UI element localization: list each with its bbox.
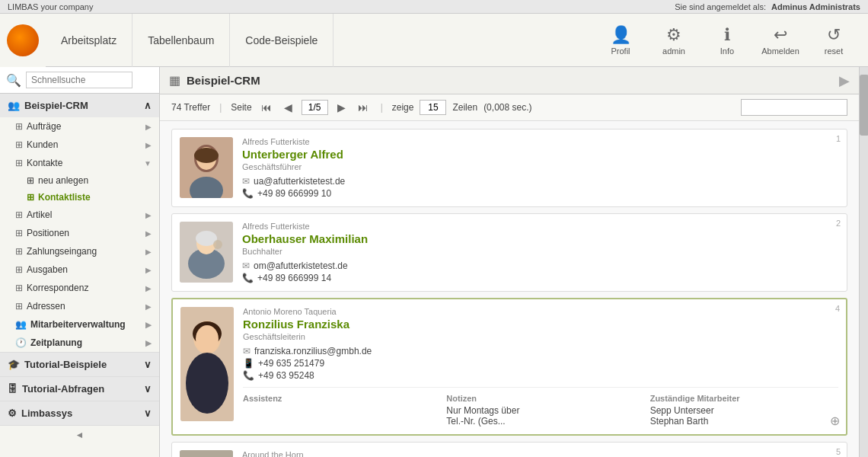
avatar-4	[180, 307, 234, 421]
sidebar-subitem-neu-anlegen[interactable]: ⊞ neu anlegen	[0, 172, 159, 189]
prev-page-button[interactable]: ◀	[281, 100, 295, 115]
card-number-2: 2	[836, 219, 841, 228]
sidebar-item-positionen[interactable]: ⊞ Positionen ▶	[0, 224, 159, 242]
email-4: franziska.ronzilius@gmbh.de	[254, 346, 372, 356]
mitarbeiterverwaltung-icon: 👥	[15, 319, 27, 330]
card-company-5: Around the Horn	[242, 450, 839, 457]
card-expanded-row-4: Assistenz Notizen Nur Montags über Tel.-…	[243, 387, 838, 427]
card-company-1: Alfreds Futterkiste	[242, 137, 839, 146]
sidebar-section-header-crm[interactable]: 👥 Beispiel-CRM ∧	[0, 94, 159, 117]
next-page-button[interactable]: ▶	[334, 100, 349, 115]
neu-anlegen-icon: ⊞	[27, 175, 34, 186]
card-company-4: Antonio Moreno Taqueria	[243, 307, 838, 316]
notizen-label: Notizen	[446, 394, 634, 403]
sidebar-scroll-left[interactable]: ◄	[0, 426, 159, 444]
card-main-1: Alfreds Futterkiste Unterberger Alfred G…	[242, 137, 839, 199]
section-crm-label: 👥 Beispiel-CRM	[8, 100, 88, 111]
section-crm-icon: 👥	[8, 100, 20, 111]
card-number-1: 1	[836, 134, 841, 143]
card-name-1[interactable]: Unterberger Alfred	[242, 148, 839, 161]
artikel-icon: ⊞	[15, 209, 23, 220]
rows-input[interactable]	[420, 100, 446, 115]
korrespondenz-icon: ⊞	[15, 283, 23, 293]
card-contacts-2: ✉ om@afutterkistetest.de 📞 +49 89 666999…	[242, 260, 839, 283]
zahlungseingang-arrow: ▶	[145, 248, 152, 256]
tab-arbeitsplatz[interactable]: Arbeitsplatz	[46, 14, 132, 67]
phone1-4: +49 635 251479	[258, 358, 324, 369]
sidebar-item-kunden[interactable]: ⊞ Kunden ▶	[0, 136, 159, 154]
zustaendige-label: Zuständige Mitarbeiter	[650, 394, 838, 403]
scrollbar[interactable]	[859, 67, 868, 457]
assistenz-label: Assistenz	[243, 394, 431, 403]
mobile-icon-4: 📱	[243, 358, 254, 369]
sidebar-section-header-limbassys[interactable]: ⚙ Limbassys ∨	[0, 401, 159, 425]
nav-reset-button[interactable]: ↺ reset	[811, 18, 857, 63]
email-1: ua@afutterkistetest.de	[254, 176, 345, 187]
sidebar-item-artikel[interactable]: ⊞ Artikel ▶	[0, 206, 159, 224]
reset-icon: ↺	[827, 25, 841, 45]
contact-card-4: 4 Antonio Moreno Taqueria Ronzilius Fran…	[171, 298, 847, 436]
sidebar-item-ausgaben[interactable]: ⊞ Ausgaben ▶	[0, 260, 159, 279]
nav-profil-button[interactable]: 👤 Profil	[598, 18, 643, 63]
expand-icon-4[interactable]: ⊕	[830, 414, 840, 428]
tutorial-beispiele-chevron: ∨	[144, 359, 152, 370]
top-bar: LIMBAS your company Sie sind angemeldet …	[0, 0, 868, 14]
page-input[interactable]	[302, 100, 328, 115]
phone2-4: +49 63 95248	[258, 370, 314, 381]
tab-code-beispiele[interactable]: Code-Beispiele	[230, 14, 333, 67]
main-layout: 🔍 👥 Beispiel-CRM ∧ ⊞ Aufträge ▶	[0, 67, 868, 457]
sidebar-section-header-tutorial-abfragen[interactable]: 🗄 Tutorial-Abfragen ∨	[0, 377, 159, 401]
collapse-icon[interactable]: ▶	[839, 72, 850, 89]
card-role-1: Geschäftsführer	[242, 162, 839, 171]
sidebar-item-kontakte[interactable]: ⊞ Kontakte ▼	[0, 154, 159, 172]
nav-info-button[interactable]: ℹ Info	[704, 18, 750, 63]
first-page-button[interactable]: ⏮	[258, 100, 275, 115]
card-name-2[interactable]: Oberhauser Maximilian	[242, 232, 839, 245]
nav-abmelden-button[interactable]: ↩ Abmelden	[758, 18, 803, 63]
card-number-4: 4	[835, 304, 840, 313]
adressen-icon: ⊞	[15, 301, 23, 312]
kontakte-icon: ⊞	[15, 158, 23, 168]
info-label: Info	[720, 46, 734, 56]
nav-bar: Arbeitsplatz Tabellenbaum Code-Beispiele…	[0, 14, 868, 67]
ausgaben-icon: ⊞	[15, 264, 23, 275]
sidebar-section-tutorial-beispiele: 🎓 Tutorial-Beispiele ∨	[0, 353, 159, 377]
sidebar-section-tutorial-abfragen: 🗄 Tutorial-Abfragen ∨	[0, 377, 159, 401]
sidebar-item-zahlungseingang[interactable]: ⊞ Zahlungseingang ▶	[0, 242, 159, 260]
section-abfragen-label: 🗄 Tutorial-Abfragen	[8, 383, 104, 395]
admin-label: admin	[662, 46, 685, 56]
card-main-5: Around the Horn Sundoni Dimono Mitarbeit…	[242, 450, 839, 457]
search-input[interactable]	[26, 72, 132, 88]
contact-card-1: 1 Alfreds Futterkiste Unterberger Alfred…	[171, 129, 847, 207]
zahlungseingang-icon: ⊞	[15, 246, 23, 257]
avatar-5	[180, 450, 233, 457]
contact-card-2: 2 Alfreds Futterkiste Oberhauser Maximil…	[171, 213, 847, 292]
card-name-4[interactable]: Ronzilius Franziska	[243, 318, 838, 331]
cards-area: 1 Alfreds Futterkiste Unterberger Alfred…	[160, 121, 859, 457]
tutorial-abfragen-chevron: ∨	[144, 383, 152, 395]
sidebar-section-header-tutorial-beispiele[interactable]: 🎓 Tutorial-Beispiele ∨	[0, 353, 159, 376]
sidebar-subitem-kontaktliste[interactable]: ⊞ Kontaktliste	[0, 189, 159, 206]
sidebar-item-adressen[interactable]: ⊞ Adressen ▶	[0, 297, 159, 315]
svg-point-13	[186, 353, 228, 414]
avatar-svg-5	[180, 450, 233, 457]
content-search-input[interactable]	[741, 99, 847, 116]
phone-1: +49 89 666999 10	[257, 188, 331, 199]
avatar-svg-4	[180, 307, 234, 421]
notizen-text: Nur Montags über Tel.-Nr. (Ges...	[446, 405, 634, 427]
sidebar-item-mitarbeiterverwaltung[interactable]: 👥 Mitarbeiterverwaltung ▶	[0, 315, 159, 334]
sidebar-item-auftraege[interactable]: ⊞ Aufträge ▶	[0, 117, 159, 136]
tab-tabellenbaum[interactable]: Tabellenbaum	[132, 14, 230, 67]
artikel-arrow: ▶	[145, 211, 152, 219]
last-page-button[interactable]: ⏭	[355, 100, 372, 115]
ausgaben-arrow: ▶	[145, 266, 152, 274]
logged-in-label: Sie sind angemeldet als:	[675, 2, 766, 11]
sidebar-item-zeitplanung[interactable]: 🕐 Zeitplanung ▶	[0, 334, 159, 352]
nav-admin-button[interactable]: ⚙ admin	[651, 18, 697, 63]
sidebar-item-korrespondenz[interactable]: ⊞ Korrespondenz ▶	[0, 279, 159, 297]
scrollbar-thumb[interactable]	[860, 75, 868, 136]
section-crm-chevron: ∧	[144, 100, 152, 111]
email-icon-2: ✉	[242, 260, 250, 271]
zustaendige-text: Sepp Unterseer Stephan Barth	[650, 405, 838, 427]
sidebar-search-icon: 🔍	[6, 73, 21, 88]
